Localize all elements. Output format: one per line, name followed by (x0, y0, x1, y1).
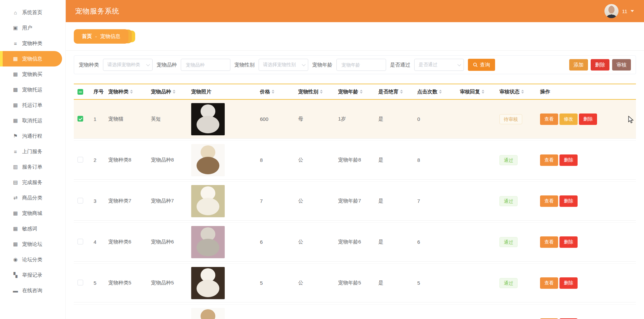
row-view-button[interactable]: 查看 (540, 154, 558, 166)
action-buttons: 添加删除审核 (569, 59, 631, 71)
del-button[interactable]: 删除 (591, 59, 609, 71)
row-delete-button[interactable]: 删除 (579, 113, 597, 125)
sidebar-item-label: 宠物论坛 (22, 241, 42, 247)
filter-select[interactable]: 是否通过 (414, 59, 464, 71)
filter-select[interactable]: 请选择宠物性别 (259, 59, 308, 71)
sidebar-item-label: 服务订单 (22, 164, 42, 170)
cell-pet-type: 宠物种类7 (103, 198, 146, 204)
sort-icon[interactable] (130, 90, 133, 94)
row-delete-button[interactable]: 删除 (559, 277, 578, 289)
sidebar-item-pet-type[interactable]: ≡ 宠物种类 (0, 36, 65, 51)
cell-pet-type: 宠物种类5 (103, 280, 146, 286)
list-icon: ≡ (12, 149, 19, 154)
table-row: 通过 查看删除 (74, 304, 636, 319)
sidebar-item-report-records[interactable]: ▚ 举报记录 (0, 267, 65, 283)
sidebar-item-service-orders[interactable]: ▥ 服务订单 (0, 159, 65, 175)
cell-age: 宠物年龄8 (333, 157, 373, 163)
sort-icon[interactable] (173, 90, 175, 94)
cell-age: 宠物年龄7 (333, 198, 373, 204)
breadcrumb-bar: 首页 - 宠物信息 (66, 22, 644, 51)
add-button[interactable]: 添加 (569, 59, 588, 71)
sidebar-item-cancel-transport[interactable]: ▦ 取消托运 (0, 113, 65, 128)
chevron-down-icon (458, 62, 461, 66)
sidebar-item-trip-communication[interactable]: ⚑ 沟通行程 (0, 128, 65, 144)
table-column-header: 是否绝育 (373, 89, 412, 95)
sidebar-item-pet-transport[interactable]: ▩ 宠物托运 (0, 82, 65, 97)
chevron-down-icon (631, 10, 634, 12)
sidebar-item-home[interactable]: ⌂ 系统首页 (0, 5, 65, 20)
chevron-down-icon (146, 62, 150, 66)
row-view-button[interactable]: 查看 (540, 113, 558, 125)
row-delete-button[interactable]: 删除 (559, 236, 578, 248)
select-all-checkbox[interactable] (77, 89, 83, 95)
row-checkbox[interactable] (77, 280, 83, 285)
sidebar-item-completed-service[interactable]: ▤ 完成服务 (0, 175, 65, 190)
sort-icon[interactable] (320, 90, 323, 94)
cell-pet-breed: 宠物品种8 (146, 157, 186, 163)
filter-input-wrap (336, 59, 386, 71)
filter-fields: 宠物种类 请选择宠物种类 宠物品种 宠物性别 请选择宠物性别 宠物年龄 是否通过… (79, 59, 495, 71)
table-column-header: 审核状态 (494, 89, 535, 95)
briefcase-icon: ▬ (12, 288, 19, 293)
row-view-button[interactable]: 查看 (540, 236, 558, 248)
row-actions: 查看删除 (540, 236, 636, 248)
review-button[interactable]: 审核 (612, 59, 631, 71)
filter-input[interactable] (185, 62, 226, 68)
cell-clicks: 7 (412, 198, 455, 204)
cell-index: 3 (89, 198, 103, 204)
sidebar-item-pet-forum[interactable]: ▦ 宠物论坛 (0, 236, 65, 252)
table-row: 3 宠物种类7 宠物品种7 7 公 宠物年龄7 是 7 通过 查看删除 (74, 181, 636, 221)
sidebar-item-label: 敏感词 (22, 226, 37, 232)
sidebar-item-label: 完成服务 (22, 179, 42, 186)
cell-clicks: 5 (412, 280, 455, 286)
sort-icon[interactable] (360, 90, 363, 94)
sort-icon[interactable] (482, 90, 484, 94)
status-badge: 通过 (499, 278, 518, 288)
sidebar-item-pet-info[interactable]: ▦ 宠物信息 (0, 51, 62, 66)
breadcrumb-home[interactable]: 首页 (82, 33, 92, 40)
cell-neutered: 是 (373, 198, 412, 204)
sidebar-item-online-consult[interactable]: ▬ 在线咨询 (0, 283, 65, 298)
search-button[interactable]: 查询 (468, 59, 495, 71)
row-edit-button[interactable]: 修改 (559, 113, 578, 125)
sidebar-item-sensitive-words[interactable]: ▦ 敏感词 (0, 221, 65, 236)
row-checkbox[interactable] (77, 239, 83, 244)
sidebar-item-pet-purchase[interactable]: ▦ 宠物购买 (0, 66, 65, 82)
filter-label: 宠物年龄 (312, 62, 332, 68)
filter-toolbar: 宠物种类 请选择宠物种类 宠物品种 宠物性别 请选择宠物性别 宠物年龄 是否通过… (74, 55, 636, 74)
row-checkbox[interactable] (77, 116, 83, 122)
row-view-button[interactable]: 查看 (540, 195, 558, 207)
filter-input[interactable] (341, 62, 382, 68)
sort-icon[interactable] (272, 90, 274, 94)
filter-field: 宠物性别 请选择宠物性别 (234, 59, 308, 71)
sidebar-item-goods-category[interactable]: ⇄ 商品分类 (0, 190, 65, 206)
cell-pet-breed: 宠物品种6 (146, 239, 186, 245)
sort-icon[interactable] (439, 90, 442, 94)
row-checkbox[interactable] (77, 198, 83, 203)
sidebar-item-door-service[interactable]: ≡ 上门服务 (0, 144, 65, 159)
avatar[interactable] (604, 4, 619, 18)
user-menu[interactable]: 11 (604, 4, 634, 18)
sort-icon[interactable] (400, 90, 403, 94)
cell-price: 6 (255, 239, 293, 245)
sliders-icon: ⇄ (12, 195, 19, 201)
select-placeholder: 请选择宠物性别 (263, 62, 296, 68)
sidebar-item-label: 论坛分类 (22, 257, 42, 263)
row-delete-button[interactable]: 删除 (559, 154, 578, 166)
cell-pet-type: 宠物猫 (103, 116, 146, 122)
row-actions: 查看删除 (540, 195, 636, 207)
filter-select[interactable]: 请选择宠物种类 (103, 59, 153, 71)
sidebar-item-users[interactable]: ▣ 用户 (0, 20, 65, 36)
row-delete-button[interactable]: 删除 (559, 195, 578, 207)
sidebar-item-transport-orders[interactable]: ▦ 托运订单 (0, 97, 65, 113)
table-column-header: 操作 (535, 89, 636, 95)
sort-icon[interactable] (521, 90, 524, 94)
pet-photo-white-pomeranian-on-dark-wood (191, 267, 225, 299)
sidebar-item-forum-category[interactable]: ◉ 论坛分类 (0, 252, 65, 267)
cell-gender: 公 (293, 239, 333, 245)
row-view-button[interactable]: 查看 (540, 277, 558, 289)
status-badge: 通过 (499, 155, 518, 165)
sidebar-item-label: 取消托运 (22, 118, 42, 124)
sidebar-item-pet-mall[interactable]: ▦ 宠物商城 (0, 206, 65, 221)
row-checkbox[interactable] (77, 157, 83, 163)
